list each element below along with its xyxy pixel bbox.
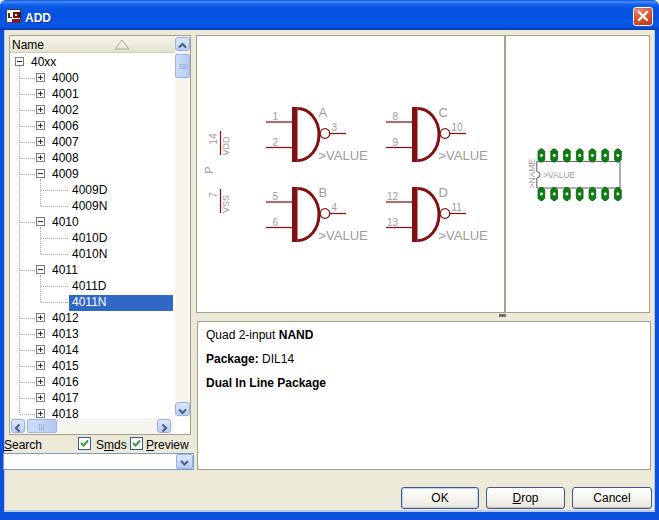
svg-text:10: 10 <box>452 122 464 133</box>
svg-text:VSS: VSS <box>221 195 231 213</box>
svg-text:12: 12 <box>387 191 399 202</box>
svg-text:VDD: VDD <box>221 136 231 156</box>
svg-text:6: 6 <box>272 217 278 228</box>
svg-text:>VALUE: >VALUE <box>439 148 489 163</box>
svg-text:D: D <box>439 185 448 200</box>
svg-text:B: B <box>319 185 328 200</box>
svg-text:3: 3 <box>332 122 338 133</box>
svg-text:7: 7 <box>207 192 219 198</box>
svg-text:C: C <box>439 105 448 120</box>
svg-text:13: 13 <box>387 217 399 228</box>
svg-text:>VALUE: >VALUE <box>319 228 369 243</box>
svg-text:P: P <box>203 166 215 173</box>
svg-text:11: 11 <box>452 202 463 213</box>
svg-text:A: A <box>319 105 328 120</box>
svg-text:9: 9 <box>392 137 398 148</box>
svg-text:5: 5 <box>272 191 278 202</box>
svg-text:14: 14 <box>207 133 219 145</box>
svg-text:>VALUE: >VALUE <box>439 228 489 243</box>
svg-text:8: 8 <box>392 111 398 122</box>
svg-text:2: 2 <box>272 137 278 148</box>
svg-text:>NAME: >NAME <box>527 159 537 189</box>
svg-text:>VALUE: >VALUE <box>543 170 576 180</box>
svg-text:1: 1 <box>272 111 278 122</box>
svg-text:4: 4 <box>332 202 338 213</box>
svg-text:>VALUE: >VALUE <box>319 148 369 163</box>
